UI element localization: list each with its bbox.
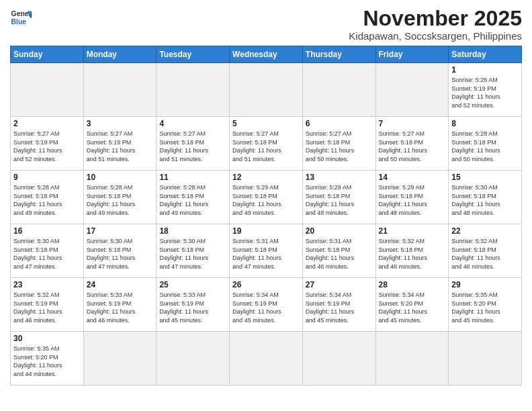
day-info: Sunrise: 5:27 AMSunset: 5:19 PMDaylight:…: [13, 130, 81, 163]
day-number: 19: [232, 226, 300, 236]
day-info: Sunrise: 5:33 AMSunset: 5:19 PMDaylight:…: [87, 291, 154, 324]
day-number: 6: [306, 119, 373, 128]
day-info: Sunrise: 5:27 AMSunset: 5:19 PMDaylight:…: [87, 130, 154, 163]
calendar-cell: 20Sunrise: 5:31 AMSunset: 5:18 PMDayligh…: [302, 224, 375, 278]
day-number: 18: [159, 226, 226, 236]
calendar-cell: [449, 332, 522, 385]
day-number: 4: [159, 119, 226, 128]
day-info: Sunrise: 5:30 AMSunset: 5:18 PMDaylight:…: [13, 237, 81, 271]
month-title: November 2025: [349, 7, 522, 30]
weekday-header-tuesday: Tuesday: [157, 46, 230, 63]
day-number: 2: [13, 119, 81, 128]
day-number: 29: [451, 280, 519, 289]
header: General Blue November 2025 Kidapawan, So…: [10, 7, 522, 42]
day-info: Sunrise: 5:32 AMSunset: 5:18 PMDaylight:…: [379, 237, 446, 271]
day-info: Sunrise: 5:32 AMSunset: 5:19 PMDaylight:…: [13, 291, 81, 324]
weekday-header-wednesday: Wednesday: [230, 46, 303, 63]
title-area: November 2025 Kidapawan, Soccsksargen, P…: [349, 7, 522, 42]
day-number: 21: [379, 226, 446, 236]
day-info: Sunrise: 5:30 AMSunset: 5:18 PMDaylight:…: [451, 183, 519, 217]
calendar-table: SundayMondayTuesdayWednesdayThursdayFrid…: [10, 46, 522, 385]
calendar-cell: 1Sunrise: 5:26 AMSunset: 5:19 PMDaylight…: [449, 63, 522, 117]
calendar-cell: 16Sunrise: 5:30 AMSunset: 5:18 PMDayligh…: [11, 224, 84, 278]
day-number: 5: [232, 119, 300, 128]
day-number: 13: [306, 173, 373, 182]
calendar-cell: [157, 63, 230, 117]
day-info: Sunrise: 5:34 AMSunset: 5:20 PMDaylight:…: [379, 291, 446, 324]
calendar-cell: 13Sunrise: 5:29 AMSunset: 5:18 PMDayligh…: [302, 171, 375, 224]
day-number: 12: [232, 173, 300, 182]
svg-text:Blue: Blue: [11, 18, 27, 26]
calendar-cell: 3Sunrise: 5:27 AMSunset: 5:19 PMDaylight…: [83, 117, 157, 171]
day-info: Sunrise: 5:31 AMSunset: 5:18 PMDaylight:…: [232, 237, 300, 271]
calendar-cell: 4Sunrise: 5:27 AMSunset: 5:18 PMDaylight…: [157, 117, 230, 171]
day-number: 10: [87, 173, 154, 182]
day-info: Sunrise: 5:29 AMSunset: 5:18 PMDaylight:…: [232, 183, 300, 217]
day-info: Sunrise: 5:35 AMSunset: 5:20 PMDaylight:…: [13, 345, 81, 378]
day-info: Sunrise: 5:28 AMSunset: 5:18 PMDaylight:…: [87, 183, 154, 217]
day-info: Sunrise: 5:27 AMSunset: 5:18 PMDaylight:…: [306, 130, 373, 163]
day-info: Sunrise: 5:29 AMSunset: 5:18 PMDaylight:…: [306, 183, 373, 217]
day-info: Sunrise: 5:26 AMSunset: 5:19 PMDaylight:…: [451, 76, 519, 109]
calendar-cell: 17Sunrise: 5:30 AMSunset: 5:18 PMDayligh…: [83, 224, 157, 278]
day-number: 1: [451, 65, 519, 75]
day-info: Sunrise: 5:27 AMSunset: 5:18 PMDaylight:…: [159, 130, 226, 163]
day-number: 11: [159, 173, 226, 182]
calendar-body: 1Sunrise: 5:26 AMSunset: 5:19 PMDaylight…: [11, 63, 522, 385]
logo: General Blue: [10, 7, 32, 28]
day-number: 17: [87, 226, 154, 236]
calendar-cell: 10Sunrise: 5:28 AMSunset: 5:18 PMDayligh…: [83, 171, 157, 224]
calendar-cell: 12Sunrise: 5:29 AMSunset: 5:18 PMDayligh…: [230, 171, 303, 224]
calendar-cell: 5Sunrise: 5:27 AMSunset: 5:18 PMDaylight…: [230, 117, 303, 171]
calendar-cell: 30Sunrise: 5:35 AMSunset: 5:20 PMDayligh…: [11, 332, 84, 385]
weekday-header-thursday: Thursday: [302, 46, 375, 63]
calendar-cell: 9Sunrise: 5:28 AMSunset: 5:18 PMDaylight…: [11, 171, 84, 224]
calendar-cell: [230, 332, 303, 385]
day-info: Sunrise: 5:34 AMSunset: 5:19 PMDaylight:…: [306, 291, 373, 324]
calendar-cell: 28Sunrise: 5:34 AMSunset: 5:20 PMDayligh…: [375, 278, 449, 332]
calendar-cell: [83, 63, 157, 117]
day-number: 30: [13, 334, 81, 343]
day-number: 23: [13, 280, 81, 289]
day-info: Sunrise: 5:30 AMSunset: 5:18 PMDaylight:…: [159, 237, 226, 271]
day-number: 9: [13, 173, 81, 182]
calendar-cell: 29Sunrise: 5:35 AMSunset: 5:20 PMDayligh…: [449, 278, 522, 332]
calendar-cell: [375, 332, 449, 385]
day-number: 14: [379, 173, 446, 182]
day-number: 24: [87, 280, 154, 289]
calendar-cell: 8Sunrise: 5:28 AMSunset: 5:18 PMDaylight…: [449, 117, 522, 171]
weekday-header-monday: Monday: [83, 46, 157, 63]
calendar-cell: 19Sunrise: 5:31 AMSunset: 5:18 PMDayligh…: [230, 224, 303, 278]
calendar-cell: 23Sunrise: 5:32 AMSunset: 5:19 PMDayligh…: [11, 278, 84, 332]
calendar-cell: 6Sunrise: 5:27 AMSunset: 5:18 PMDaylight…: [302, 117, 375, 171]
calendar-cell: [302, 63, 375, 117]
day-info: Sunrise: 5:27 AMSunset: 5:18 PMDaylight:…: [379, 130, 446, 163]
day-info: Sunrise: 5:35 AMSunset: 5:20 PMDaylight:…: [451, 291, 519, 324]
calendar-cell: 11Sunrise: 5:28 AMSunset: 5:18 PMDayligh…: [157, 171, 230, 224]
day-number: 22: [451, 226, 519, 236]
calendar-cell: 14Sunrise: 5:29 AMSunset: 5:18 PMDayligh…: [375, 171, 449, 224]
calendar-cell: [375, 63, 449, 117]
calendar-cell: [302, 332, 375, 385]
calendar-cell: [83, 332, 157, 385]
calendar-cell: 15Sunrise: 5:30 AMSunset: 5:18 PMDayligh…: [449, 171, 522, 224]
calendar-cell: 22Sunrise: 5:32 AMSunset: 5:18 PMDayligh…: [449, 224, 522, 278]
day-number: 25: [159, 280, 226, 289]
calendar-cell: 24Sunrise: 5:33 AMSunset: 5:19 PMDayligh…: [83, 278, 157, 332]
calendar-cell: 26Sunrise: 5:34 AMSunset: 5:19 PMDayligh…: [230, 278, 303, 332]
day-info: Sunrise: 5:31 AMSunset: 5:18 PMDaylight:…: [306, 237, 373, 271]
location-title: Kidapawan, Soccsksargen, Philippines: [349, 30, 522, 42]
calendar-cell: [157, 332, 230, 385]
weekday-header-friday: Friday: [375, 46, 449, 63]
day-info: Sunrise: 5:28 AMSunset: 5:18 PMDaylight:…: [159, 183, 226, 217]
day-number: 28: [379, 280, 446, 289]
day-number: 27: [306, 280, 373, 289]
day-info: Sunrise: 5:30 AMSunset: 5:18 PMDaylight:…: [87, 237, 154, 271]
calendar-cell: 18Sunrise: 5:30 AMSunset: 5:18 PMDayligh…: [157, 224, 230, 278]
day-number: 26: [232, 280, 300, 289]
calendar-cell: 25Sunrise: 5:33 AMSunset: 5:19 PMDayligh…: [157, 278, 230, 332]
calendar-cell: 2Sunrise: 5:27 AMSunset: 5:19 PMDaylight…: [11, 117, 84, 171]
day-number: 8: [451, 119, 519, 128]
calendar-cell: [11, 63, 84, 117]
logo-icon: General Blue: [10, 7, 32, 28]
